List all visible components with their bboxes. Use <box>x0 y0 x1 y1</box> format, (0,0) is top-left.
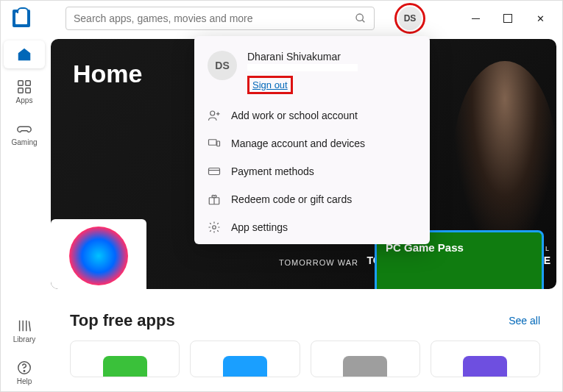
menu-item-settings[interactable]: App settings <box>194 213 430 241</box>
person-plus-icon <box>208 109 221 122</box>
svg-point-12 <box>210 111 215 115</box>
search-box[interactable] <box>65 7 375 30</box>
app-row <box>48 330 562 388</box>
menu-item-label: App settings <box>231 221 288 233</box>
gear-icon <box>208 221 221 234</box>
help-icon <box>16 360 32 376</box>
search-icon <box>355 13 367 24</box>
devices-icon <box>208 137 221 150</box>
minimize-button[interactable] <box>459 7 492 30</box>
app-icon <box>463 356 507 377</box>
hero-card-caption: TOMORROW WAR <box>279 258 358 267</box>
close-button[interactable] <box>524 7 556 30</box>
app-icon <box>223 356 267 377</box>
search-input[interactable] <box>74 13 355 24</box>
hero-artwork <box>453 61 556 252</box>
menu-item-label: Add work or school account <box>231 110 358 121</box>
menu-item-label: Redeem code or gift cards <box>231 193 352 205</box>
hero-card[interactable] <box>51 219 146 289</box>
svg-line-9 <box>29 321 30 332</box>
hero-card-art <box>69 227 128 285</box>
sidebar-item-label: Gaming <box>11 138 37 146</box>
page-title: Home <box>73 60 142 88</box>
apps-icon <box>16 79 32 95</box>
avatar: DS <box>208 51 237 80</box>
svg-rect-2 <box>18 81 23 85</box>
card-icon <box>208 165 221 178</box>
app-tile[interactable] <box>190 341 300 377</box>
gaming-icon <box>16 121 32 137</box>
account-avatar-button[interactable]: DS <box>398 7 422 30</box>
gift-icon <box>208 193 221 206</box>
section-header: Top free apps See all <box>48 289 562 330</box>
sidebar-item-help[interactable]: Help <box>4 354 45 391</box>
menu-item-label: Payment methods <box>231 165 314 177</box>
svg-rect-4 <box>18 88 23 93</box>
account-email-redacted <box>247 64 358 71</box>
account-popup: DS Dharani Shivakumar Sign out Add work … <box>194 36 430 244</box>
sidebar-item-library[interactable]: Library <box>4 312 45 349</box>
svg-rect-16 <box>217 141 220 146</box>
menu-item-add-account[interactable]: Add work or school account <box>194 101 430 129</box>
menu-item-redeem[interactable]: Redeem code or gift cards <box>194 185 430 213</box>
menu-item-label: Manage account and devices <box>231 138 365 149</box>
sidebar-item-gaming[interactable]: Gaming <box>4 115 45 152</box>
app-tile[interactable] <box>431 341 540 377</box>
account-name: Dharani Shivakumar <box>247 51 358 63</box>
svg-rect-15 <box>209 140 217 146</box>
menu-item-payment[interactable]: Payment methods <box>194 157 430 185</box>
app-icon <box>103 356 147 377</box>
maximize-button[interactable] <box>492 7 524 30</box>
sidebar-item-apps[interactable]: Apps <box>4 73 45 110</box>
section-title: Top free apps <box>70 311 175 330</box>
svg-point-0 <box>356 14 363 21</box>
account-popup-header: DS Dharani Shivakumar Sign out <box>194 45 430 101</box>
window-controls <box>459 7 556 30</box>
svg-rect-3 <box>26 81 30 85</box>
svg-point-11 <box>24 371 24 371</box>
library-icon <box>16 318 32 334</box>
svg-line-1 <box>362 20 364 22</box>
svg-point-21 <box>213 226 216 229</box>
app-tile[interactable] <box>70 341 180 377</box>
menu-item-manage-account[interactable]: Manage account and devices <box>194 129 430 157</box>
svg-rect-5 <box>26 88 30 93</box>
sidebar-item-label: Library <box>13 335 36 343</box>
svg-rect-17 <box>209 168 220 175</box>
sidebar: Apps Gaming Library Help <box>1 36 48 391</box>
store-logo-icon <box>13 10 30 27</box>
app-tile[interactable] <box>311 341 420 377</box>
app-icon <box>343 356 387 377</box>
title-bar: DS <box>1 1 562 36</box>
sidebar-item-label: Apps <box>16 96 33 104</box>
sidebar-item-home[interactable] <box>4 40 45 68</box>
sidebar-item-label: Help <box>17 377 32 385</box>
see-all-link[interactable]: See all <box>509 315 540 327</box>
home-icon <box>16 46 32 63</box>
sign-out-link[interactable]: Sign out <box>247 76 293 94</box>
